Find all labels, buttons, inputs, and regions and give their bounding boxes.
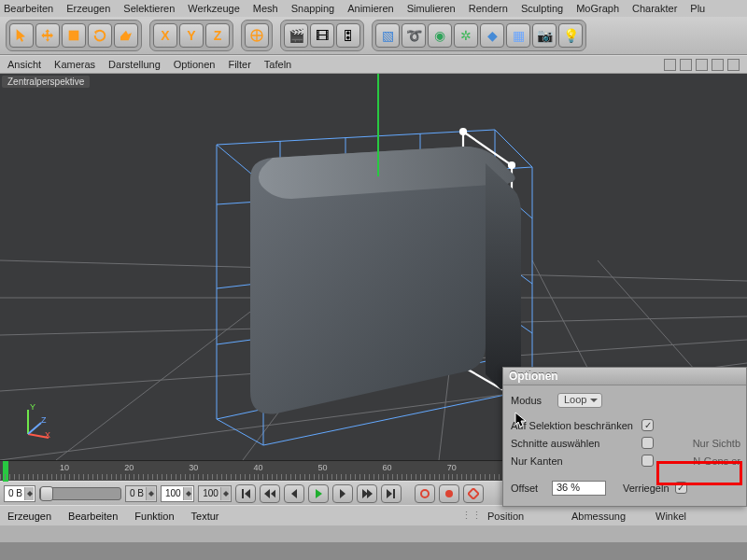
- gizmo-y-label: Y: [30, 402, 35, 412]
- viewport-menubar: Ansicht Kameras Darstellung Optionen Fil…: [0, 55, 747, 74]
- vmenu-tafeln[interactable]: Tafeln: [264, 59, 291, 70]
- render-image-icon[interactable]: 🎬: [284, 23, 308, 48]
- tab-erzeugen[interactable]: Erzeugen: [7, 511, 51, 522]
- range-a-input[interactable]: 0 B: [125, 485, 157, 502]
- gizmo-z-label: Z: [41, 415, 47, 425]
- keyframe-sel-icon[interactable]: [463, 484, 484, 503]
- autokey-icon[interactable]: [439, 484, 459, 503]
- vmenu-optionen[interactable]: Optionen: [174, 59, 216, 70]
- coord-system-icon[interactable]: [245, 23, 269, 48]
- recent-tool-icon[interactable]: [114, 23, 138, 48]
- status-strip: [0, 525, 747, 542]
- mouse-cursor-icon: [514, 412, 528, 428]
- edges-only-label: Nur Kanten: [511, 455, 641, 467]
- cube-primitive-icon[interactable]: ▧: [375, 23, 400, 48]
- svg-rect-0: [69, 31, 79, 41]
- goto-start-icon[interactable]: [235, 484, 256, 503]
- options-panel-title: Optionen: [503, 368, 746, 385]
- svg-line-30: [28, 423, 41, 434]
- vmenu-ansicht[interactable]: Ansicht: [7, 59, 41, 70]
- range-b-input[interactable]: 100 B: [161, 485, 194, 502]
- frame-start-input[interactable]: 0 B: [4, 485, 35, 502]
- menu-mesh[interactable]: Mesh: [253, 3, 278, 14]
- attr-position-header: Position: [487, 511, 571, 522]
- offset-input[interactable]: 36 %: [552, 481, 606, 496]
- edges-only-checkbox[interactable]: [641, 455, 654, 467]
- attr-size-header: Abmessung: [571, 511, 655, 522]
- menu-rendern[interactable]: Rendern: [469, 3, 508, 14]
- vmenu-darstellung[interactable]: Darstellung: [108, 59, 161, 70]
- svg-rect-33: [469, 488, 479, 498]
- mode-label: Modus: [511, 395, 557, 406]
- step-fwd-key-icon[interactable]: [357, 484, 377, 503]
- camera-icon[interactable]: 📷: [532, 23, 557, 48]
- deformer-icon[interactable]: ◆: [480, 23, 504, 48]
- select-tool-icon[interactable]: [9, 23, 34, 48]
- menu-simulieren[interactable]: Simulieren: [407, 3, 456, 14]
- goto-end-icon[interactable]: [381, 484, 402, 503]
- select-cuts-checkbox[interactable]: [641, 437, 654, 449]
- menu-selektieren[interactable]: Selektieren: [123, 3, 175, 14]
- play-icon[interactable]: [308, 484, 329, 503]
- spline-icon[interactable]: ➰: [402, 23, 426, 48]
- menu-snapping[interactable]: Snapping: [291, 3, 335, 14]
- menu-werkzeuge[interactable]: Werkzeuge: [188, 3, 239, 14]
- viewport-layout-icons[interactable]: [664, 59, 740, 71]
- range-slider[interactable]: [39, 487, 121, 500]
- toolgroup-objects: ▧ ➰ ◉ ✲ ◆ ▦ 📷 💡: [372, 20, 586, 51]
- gizmo-x-label: X: [45, 430, 50, 440]
- x-axis-icon[interactable]: X: [153, 23, 177, 48]
- scale-tool-icon[interactable]: [62, 23, 86, 48]
- step-fwd-icon[interactable]: [332, 484, 353, 503]
- toolgroup-coord: [241, 20, 273, 51]
- menu-animieren[interactable]: Animieren: [347, 3, 394, 14]
- main-menubar: Bearbeiten Erzeugen Selektieren Werkzeug…: [0, 0, 747, 17]
- restrict-selection-label: Auf Selektion beschränken: [511, 420, 641, 431]
- tool-options-panel: Optionen Modus Loop Auf Selektion beschr…: [502, 367, 747, 507]
- step-back-icon[interactable]: [284, 484, 304, 503]
- restrict-selection-checkbox[interactable]: [641, 419, 654, 431]
- tab-bearbeiten[interactable]: Bearbeiten: [68, 511, 118, 522]
- move-tool-icon[interactable]: [35, 23, 60, 48]
- svg-point-31: [421, 490, 429, 497]
- range-knob[interactable]: [40, 486, 53, 501]
- svg-point-32: [445, 490, 453, 497]
- svg-point-24: [509, 162, 514, 168]
- toolgroup-transform: [6, 20, 142, 51]
- step-back-key-icon[interactable]: [260, 484, 280, 503]
- viewport[interactable]: Zentralperspektive: [0, 74, 747, 460]
- main-toolbar: X Y Z 🎬 🎞 🎛 ▧ ➰ ◉ ✲ ◆ ▦ 📷 💡: [0, 17, 747, 55]
- menu-plugins[interactable]: Plu: [690, 3, 705, 14]
- mode-select[interactable]: Loop: [557, 393, 602, 408]
- y-axis-icon[interactable]: Y: [179, 23, 204, 48]
- tab-textur[interactable]: Textur: [191, 511, 219, 522]
- menu-charakter[interactable]: Charakter: [632, 3, 677, 14]
- attr-angle-header: Winkel: [655, 511, 740, 522]
- viewport-camera-label: Zentralperspektive: [2, 76, 90, 88]
- record-icon[interactable]: [415, 484, 435, 503]
- highlight-annotation: [656, 461, 742, 485]
- menu-mograph[interactable]: MoGraph: [576, 3, 619, 14]
- svg-point-21: [460, 129, 466, 134]
- menu-bearbeiten[interactable]: Bearbeiten: [4, 3, 53, 14]
- bottom-panel-tabs: Erzeugen Bearbeiten Funktion Textur ⋮⋮ P…: [0, 505, 747, 525]
- rotate-tool-icon[interactable]: [88, 23, 112, 48]
- toolgroup-axis: X Y Z: [149, 20, 233, 51]
- vmenu-filter[interactable]: Filter: [228, 59, 250, 70]
- tab-funktion[interactable]: Funktion: [134, 511, 174, 522]
- select-cuts-label: Schnitte auswählen: [511, 438, 641, 449]
- vmenu-kameras[interactable]: Kameras: [54, 59, 95, 70]
- frame-end-input[interactable]: 100 B: [198, 485, 232, 502]
- render-settings-icon[interactable]: 🎛: [336, 23, 360, 48]
- environment-icon[interactable]: ▦: [506, 23, 530, 48]
- menu-sculpting[interactable]: Sculpting: [521, 3, 563, 14]
- offset-label: Offset: [511, 483, 552, 494]
- generator-icon[interactable]: ✲: [454, 23, 478, 48]
- axis-gizmo: Y Z X: [13, 402, 52, 441]
- only-visible-label: Nur Sichtb: [693, 438, 740, 449]
- render-view-icon[interactable]: 🎞: [310, 23, 334, 48]
- light-icon[interactable]: 💡: [558, 23, 583, 48]
- menu-erzeugen[interactable]: Erzeugen: [66, 3, 110, 14]
- z-axis-icon[interactable]: Z: [205, 23, 230, 48]
- nurbs-icon[interactable]: ◉: [428, 23, 452, 48]
